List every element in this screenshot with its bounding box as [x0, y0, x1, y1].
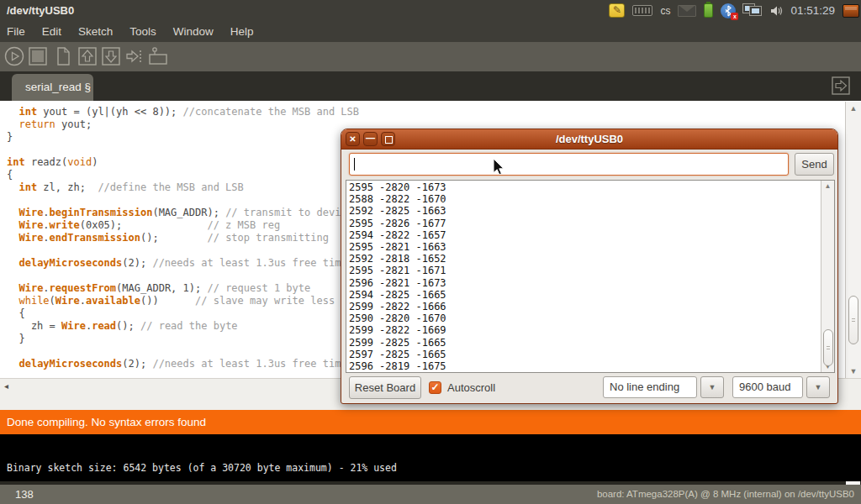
battery-icon[interactable] [704, 3, 713, 18]
scroll-up-arrow[interactable]: ▲ [846, 104, 861, 113]
serial-send-input[interactable] [349, 153, 789, 176]
serial-data-line: 2596 -2819 -1675 [349, 360, 446, 372]
menu-sketch[interactable]: Sketch [70, 21, 121, 42]
serial-data-line: 2594 -2825 -1665 [349, 289, 446, 301]
bluetooth-off-badge: x [731, 13, 738, 20]
mouse-cursor [493, 158, 505, 180]
keyboard-layout-label[interactable]: cs [660, 5, 670, 17]
power-icon[interactable] [843, 4, 859, 18]
scrollbar-thumb[interactable] [823, 329, 833, 366]
baud-rate-select[interactable]: 9600 baud [732, 376, 803, 398]
minimize-icon[interactable]: — [363, 132, 378, 146]
serial-data-line: 2597 -2825 -1665 [349, 349, 446, 360]
line-number: 138 [15, 485, 34, 504]
status-footer: 138 board: ATmega328P(A) @ 8 MHz (intern… [0, 485, 861, 504]
editor-vscrollbar[interactable]: ▲ ▼ [845, 102, 861, 378]
mail-icon[interactable] [678, 5, 696, 17]
menu-bar: FileEditSketchToolsWindowHelp [0, 21, 861, 42]
autoscroll-label: Autoscroll [447, 381, 495, 394]
scroll-up-arrow[interactable]: ▲ [821, 182, 834, 190]
autoscroll-checkbox[interactable] [429, 381, 441, 394]
top-panel: /dev/ttyUSB0 ✎ cs x 01:51:29 [0, 0, 861, 21]
serial-data-line: 2599 -2825 -1665 [349, 337, 446, 349]
menu-file[interactable]: File [2, 21, 34, 42]
board-info: board: ATmega328P(A) @ 8 MHz (internal) … [597, 485, 854, 504]
reset-board-button[interactable]: Reset Board [349, 376, 421, 399]
desktop: /dev/ttyUSB0 ✎ cs x 01:51:29 FileEditSke… [0, 0, 861, 504]
open-icon[interactable] [77, 46, 98, 66]
tab-menu-button[interactable] [831, 76, 851, 96]
tab-bar: serial_read § [0, 71, 861, 101]
serial-monitor-titlebar[interactable]: ✕ — /dev/ttyUSB0 [341, 129, 837, 150]
clock[interactable]: 01:51:29 [790, 4, 835, 17]
compile-status-bar: Done compiling. No syntax errors found [0, 410, 861, 434]
serial-vscrollbar[interactable]: ▲ ▼ [821, 181, 834, 372]
serial-monitor-window: ✕ — /dev/ttyUSB0 Send 2595 -2820 -167325… [341, 129, 838, 404]
console-line: Binary sketch size: 6542 bytes (of a 307… [7, 462, 397, 474]
chevron-down-icon[interactable]: ▼ [806, 376, 830, 398]
serial-data-line: 2595 -2821 -1663 [349, 241, 446, 253]
maximize-icon[interactable] [381, 132, 395, 146]
menu-help[interactable]: Help [222, 21, 262, 42]
serial-data-line: 2596 -2821 -1673 [349, 277, 446, 289]
close-icon[interactable]: ✕ [346, 132, 360, 146]
tab-serial-read[interactable]: serial_read § [12, 74, 93, 101]
menu-edit[interactable]: Edit [34, 21, 70, 42]
chevron-down-icon[interactable]: ▼ [700, 376, 724, 398]
system-tray: ✎ cs x 01:51:29 [609, 0, 859, 21]
window-title: /dev/ttyUSB0 [7, 4, 74, 17]
scroll-down-arrow[interactable]: ▼ [846, 367, 861, 375]
serial-monitor-title: /dev/ttyUSB0 [341, 129, 837, 150]
console-output: Binary sketch size: 6542 bytes (of a 307… [0, 434, 861, 481]
bluetooth-icon[interactable]: x [721, 3, 736, 18]
line-ending-select[interactable]: No line ending [603, 376, 697, 398]
volume-icon[interactable] [769, 4, 783, 18]
serial-data-line: 2595 -2821 -1671 [349, 265, 446, 276]
serial-data-line: 2594 -2822 -1657 [349, 229, 446, 241]
toolbar [0, 42, 861, 71]
send-button[interactable]: Send [795, 153, 834, 176]
new-sketch-icon[interactable] [53, 46, 73, 66]
code-line: int yout = (yl|(yh << 8)); //concatenate… [7, 106, 861, 118]
serial-data-line: 2592 -2818 -1652 [349, 253, 446, 265]
keyboard-layout-icon[interactable] [632, 5, 652, 16]
stop-icon[interactable] [28, 46, 48, 66]
scrollbar-thumb[interactable] [848, 296, 858, 344]
scroll-left-arrow[interactable]: ◂ [4, 381, 8, 391]
verify-icon[interactable] [4, 46, 24, 66]
upload-icon[interactable] [124, 46, 144, 66]
serial-data-line: 2595 -2820 -1673 [349, 181, 446, 193]
serial-data-line: 2592 -2825 -1663 [349, 205, 446, 217]
serial-monitor-controls: Reset Board Autoscroll No line ending ▼ … [341, 375, 837, 400]
save-icon[interactable] [101, 46, 121, 66]
note-icon[interactable]: ✎ [609, 3, 625, 18]
text-caret [354, 158, 355, 171]
serial-data-line: 2599 -2822 -1669 [349, 324, 446, 336]
serial-monitor-icon[interactable] [148, 46, 168, 66]
network-icon[interactable] [743, 3, 762, 18]
serial-data-line: 2599 -2822 -1666 [349, 301, 446, 312]
serial-data-line: 2588 -2822 -1670 [349, 193, 446, 205]
serial-data-line: 2590 -2820 -1670 [349, 312, 446, 324]
serial-output-area[interactable]: 2595 -2820 -16732588 -2822 -16702592 -28… [346, 180, 835, 373]
menu-tools[interactable]: Tools [121, 21, 165, 42]
menu-window[interactable]: Window [165, 21, 222, 42]
serial-data-line: 2595 -2826 -1677 [349, 218, 446, 229]
